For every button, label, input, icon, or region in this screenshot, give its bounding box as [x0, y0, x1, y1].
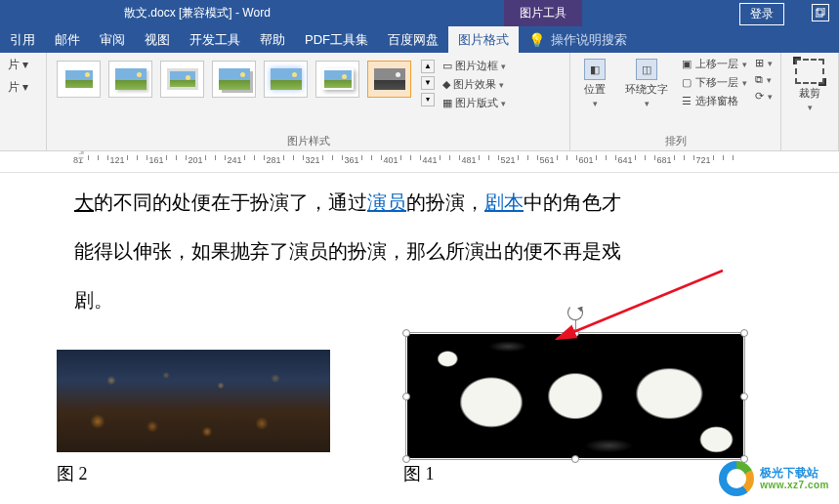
resize-handle-mr[interactable] — [740, 393, 748, 400]
svg-marker-2 — [79, 151, 84, 154]
adjust-item-1[interactable]: 片 ▾ — [8, 57, 38, 73]
rotate-handle[interactable] — [567, 305, 583, 331]
hyperlink-actor[interactable]: 演员 — [367, 191, 406, 213]
position-icon: ◧ — [584, 59, 606, 80]
resize-handle-bm[interactable] — [571, 455, 579, 463]
caption-figure-1: 图 1 — [403, 462, 435, 485]
style-thumb-6[interactable] — [315, 61, 359, 98]
watermark-logo-icon — [719, 461, 754, 496]
lightbulb-icon: 💡 — [528, 32, 545, 48]
bring-forward-icon: ▣ — [682, 58, 692, 70]
tell-me-search[interactable]: 💡 操作说明搜索 — [519, 26, 637, 53]
body-text-line1: 大的不同的处便在于扮演了，通过演员的扮演，剧本中的角色才 — [74, 179, 690, 226]
resize-handle-tl[interactable] — [402, 329, 410, 337]
style-thumb-7-selected[interactable] — [367, 61, 411, 98]
body-text-line2: 能得以伸张，如果抛弃了演员的扮演，那么所演出的便不再是戏 — [74, 228, 690, 274]
wrap-text-button[interactable]: ◫ 环绕文字 ▾ — [619, 57, 674, 110]
picture-style-gallery[interactable] — [55, 57, 413, 102]
gallery-more[interactable]: ▾ — [421, 93, 435, 106]
tab-pdf-tools[interactable]: PDF工具集 — [295, 26, 378, 53]
context-tab-picture-tools[interactable]: 图片工具 — [504, 0, 582, 26]
watermark-name: 极光下载站 — [760, 466, 829, 480]
document-canvas[interactable]: 大的不同的处便在于扮演了，通过演员的扮演，剧本中的角色才 能得以伸张，如果抛弃了… — [0, 173, 839, 504]
group-arrange: ◧ 位置 ▾ ◫ 环绕文字 ▾ ▣ 上移一层 ▾ ▢ 下移一层 ▾ ☰ — [570, 53, 781, 150]
rotate-icon: ⟳ — [755, 90, 764, 103]
resize-handle-tr[interactable] — [740, 329, 748, 337]
group-size: 裁剪 ▾ — [781, 53, 839, 150]
style-thumb-5[interactable] — [264, 61, 308, 98]
group-size-label — [789, 148, 830, 150]
horizontal-ruler[interactable]: 8112116120124128132136140144148152156160… — [0, 151, 839, 173]
svg-rect-0 — [816, 10, 822, 17]
group-arrange-label: 排列 — [578, 134, 773, 150]
style-thumb-4[interactable] — [212, 61, 256, 98]
gallery-scroll-up[interactable]: ▲ — [421, 60, 435, 73]
ribbon-tabs: 引用 邮件 审阅 视图 开发工具 帮助 PDF工具集 百度网盘 图片格式 💡 操… — [0, 26, 839, 53]
style-thumb-3[interactable] — [160, 61, 204, 98]
image-figure-1-selection[interactable] — [403, 330, 747, 462]
tell-me-label: 操作说明搜索 — [551, 31, 627, 49]
crop-button[interactable]: 裁剪 ▾ — [789, 57, 830, 114]
tab-mailings[interactable]: 邮件 — [45, 26, 90, 53]
indent-marker[interactable] — [76, 151, 86, 161]
title-bar: 散文.docx [兼容模式] - Word 图片工具 登录 — [0, 0, 839, 26]
group-icon: ⧉ — [755, 73, 763, 86]
adjust-item-2[interactable]: 片 ▾ — [8, 79, 38, 96]
style-thumb-1[interactable] — [57, 61, 101, 98]
hyperlink-script[interactable]: 剧本 — [484, 191, 524, 213]
caption-figure-2: 图 2 — [57, 462, 88, 485]
group-picture-styles: ▲ ▼ ▾ ▭ 图片边框▾ ◆ 图片效果▾ ▦ 图片版式▾ 图片样式 — [47, 53, 570, 150]
picture-effects-button[interactable]: ◆ 图片效果▾ — [442, 77, 506, 92]
picture-layout-icon: ▦ — [442, 97, 452, 109]
picture-border-button[interactable]: ▭ 图片边框▾ — [442, 59, 506, 73]
send-backward-button[interactable]: ▢ 下移一层 ▾ — [682, 75, 747, 90]
document-title: 散文.docx [兼容模式] - Word — [124, 5, 271, 21]
bring-forward-button[interactable]: ▣ 上移一层 ▾ — [682, 57, 747, 71]
tab-view[interactable]: 视图 — [135, 26, 180, 53]
selection-pane-button[interactable]: ☰ 选择窗格 — [682, 94, 747, 108]
tab-review[interactable]: 审阅 — [90, 26, 135, 53]
align-icon: ⊞ — [755, 57, 764, 69]
resize-handle-tm[interactable] — [571, 329, 579, 337]
group-button[interactable]: ⧉▾ — [755, 73, 773, 86]
restore-window-button[interactable] — [812, 4, 829, 21]
group-styles-label: 图片样式 — [55, 134, 562, 150]
watermark: 极光下载站 www.xz7.com — [719, 461, 829, 496]
position-button[interactable]: ◧ 位置 ▾ — [578, 57, 611, 110]
picture-layout-button[interactable]: ▦ 图片版式▾ — [442, 96, 506, 110]
watermark-url: www.xz7.com — [760, 480, 829, 491]
picture-effects-icon: ◆ — [442, 78, 450, 91]
style-thumb-2[interactable] — [108, 61, 152, 98]
picture-border-icon: ▭ — [442, 60, 452, 72]
tab-references[interactable]: 引用 — [0, 26, 45, 53]
wrap-text-icon: ◫ — [636, 59, 657, 80]
selection-pane-icon: ☰ — [682, 95, 692, 107]
tab-picture-format[interactable]: 图片格式 — [448, 26, 519, 53]
svg-marker-3 — [79, 157, 84, 160]
align-button[interactable]: ⊞▾ — [755, 57, 773, 69]
ribbon: 片 ▾ 片 ▾ ▲ ▼ ▾ ▭ 图片边框▾ — [0, 53, 839, 151]
selection-border — [405, 332, 745, 460]
tab-developer[interactable]: 开发工具 — [180, 26, 250, 53]
tab-baidu-netdisk[interactable]: 百度网盘 — [378, 26, 448, 53]
svg-rect-1 — [818, 8, 824, 15]
crop-icon — [795, 59, 824, 84]
rotate-button[interactable]: ⟳▾ — [755, 90, 773, 103]
body-text-line3: 剧。 — [74, 276, 690, 323]
resize-handle-ml[interactable] — [402, 393, 410, 400]
picture-style-options: ▭ 图片边框▾ ◆ 图片效果▾ ▦ 图片版式▾ — [442, 57, 506, 112]
group-adjust-label — [8, 148, 38, 150]
image-figure-2[interactable] — [57, 350, 330, 452]
send-backward-icon: ▢ — [682, 76, 692, 89]
tab-help[interactable]: 帮助 — [250, 26, 295, 53]
gallery-scroll-down[interactable]: ▼ — [421, 76, 435, 90]
login-button[interactable]: 登录 — [739, 3, 784, 25]
group-adjust: 片 ▾ 片 ▾ — [0, 53, 47, 150]
